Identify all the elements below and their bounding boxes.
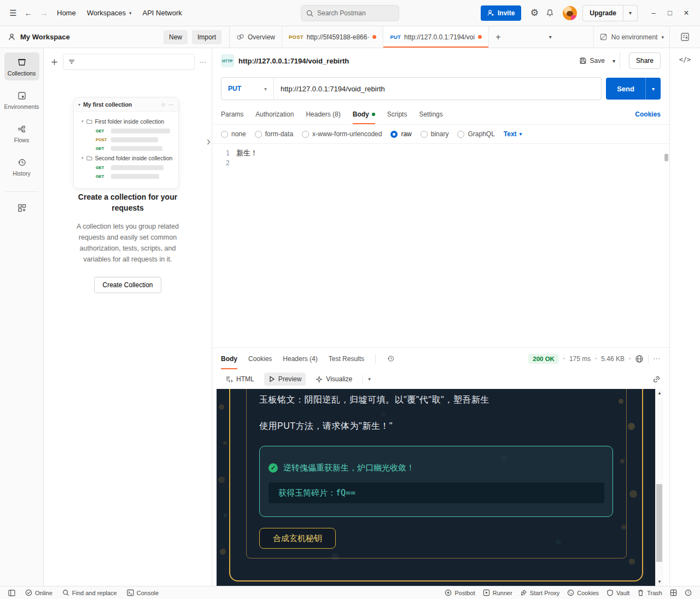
forge-key-button[interactable]: 合成玄机秘钥 [259,528,336,549]
window-maximize-button[interactable]: □ [662,5,678,21]
response-tab-headers[interactable]: Headers (4) [283,348,317,369]
postbot-button[interactable]: Postbot [441,589,479,596]
new-tab-button[interactable]: + [489,26,508,48]
runner-label: Runner [493,590,512,596]
home-link[interactable]: Home [51,9,81,17]
import-button[interactable]: Import [192,30,221,44]
status-badge[interactable]: 200 OK [528,354,559,364]
help-button[interactable]: ? [681,589,696,596]
workspaces-menu[interactable]: Workspaces ▾ [81,9,137,17]
star-icon: ☆ [161,102,166,108]
runner-button[interactable]: Runner [479,589,516,596]
network-globe-icon[interactable] [635,354,644,363]
tab-post-request[interactable]: POST http://5f459188-e866· [282,26,383,48]
response-tab-test-results[interactable]: Test Results [329,348,364,369]
tab-params[interactable]: Params [221,104,243,124]
scroll-up-arrow[interactable]: ▲ [657,391,662,396]
view-visualize-button[interactable]: Visualize [311,373,357,386]
tab-body[interactable]: Body [353,104,375,124]
split-panel-button[interactable] [666,589,681,596]
console-button[interactable]: Console [123,586,162,599]
sidebar-more-icon[interactable]: ⋯ [199,57,207,66]
workspace-name[interactable]: My Workspace [20,33,70,41]
window-close-button[interactable]: × [678,5,695,21]
sidebar-expand-chevron[interactable]: › [207,135,211,149]
connection-status[interactable]: Online [21,586,56,599]
mode-graphql[interactable]: GraphQL [457,130,494,138]
view-preview-button[interactable]: Preview [264,373,306,386]
url-input[interactable] [274,85,601,93]
api-network-link[interactable]: API Network [137,9,188,17]
postbot-sparkle-icon [445,589,452,596]
tab-authorization[interactable]: Authorization [255,104,294,124]
tab-settings[interactable]: Settings [419,104,442,124]
success-message: 逆转傀儡重获新生，炉口幽光收敛！ [283,463,415,473]
environment-selector[interactable]: No environment ▾ [593,26,669,48]
notifications-bell-icon[interactable] [542,5,557,21]
mode-none[interactable]: none [221,130,246,138]
runner-icon [483,589,490,596]
raw-type-selector[interactable]: Text ▾ [504,130,522,138]
environment-quick-look[interactable] [669,26,700,48]
rail-item-flows[interactable]: Flows [4,119,39,147]
cookies-link[interactable]: Cookies [635,111,661,118]
rail-item-history[interactable]: History [4,153,39,181]
new-button[interactable]: New [164,30,188,44]
sidebar-toggle-icon[interactable]: ☰ [5,5,21,21]
view-options-chevron[interactable]: ▾ [368,376,371,382]
response-time[interactable]: 175 ms [569,355,591,363]
response-more-icon[interactable]: ⋯ [653,354,661,363]
editor-line-numbers: 1 2 [212,144,234,347]
editor-scrollbar-thumb[interactable] [664,154,668,161]
response-tab-body[interactable]: Body [221,348,237,369]
tab-headers[interactable]: Headers (8) [306,104,340,124]
start-proxy-button[interactable]: Start Proxy [516,589,563,596]
vault-button[interactable]: Vault [603,589,633,596]
find-replace-button[interactable]: Find and replace [59,586,121,599]
response-history-icon[interactable] [387,354,395,363]
user-avatar[interactable] [563,6,577,20]
forward-icon[interactable]: → [36,5,51,21]
send-options-chevron[interactable]: ▾ [645,78,661,100]
rail-item-collections[interactable]: Collections [4,53,39,80]
preview-instruction-line: 使用PUT方法，请求体为"新生！" [259,421,393,432]
request-body-editor[interactable]: 1 2 新生！ [212,143,669,347]
code-snippet-toggle-icon[interactable]: </> [679,56,691,63]
rail-item-environments[interactable]: Environments [4,86,39,114]
response-tab-cookies[interactable]: Cookies [248,348,272,369]
view-html-button[interactable]: HTML [221,373,259,386]
scroll-down-arrow[interactable]: ▼ [657,579,662,584]
copy-link-icon[interactable] [652,375,661,383]
mode-x-www-form-urlencoded[interactable]: x-www-form-urlencoded [302,130,382,138]
preview-scrollbar-thumb[interactable] [656,484,662,562]
cookies-button[interactable]: Cookies [563,589,603,596]
editor-content[interactable]: 新生！ [234,144,669,347]
tab-overview[interactable]: Overview [230,26,282,48]
add-collection-icon[interactable] [50,58,59,66]
method-selector[interactable]: PUT ▾ [221,78,274,100]
window-minimize-button[interactable]: – [645,5,662,21]
mode-raw[interactable]: raw [390,130,411,138]
collections-sidebar: ⋯ ▾ My first collection ☆ ⋯ ▾ First fold… [44,48,212,586]
send-button[interactable]: Send [606,78,645,100]
mode-form-data[interactable]: form-data [255,130,293,138]
response-size[interactable]: 5.46 KB [601,355,625,363]
upgrade-button[interactable]: Upgrade ▾ [582,5,638,21]
rail-configure-button[interactable] [4,201,39,215]
tab-put-request[interactable]: PUT http://127.0.0.1:7194/voi [383,26,488,48]
tab-scripts[interactable]: Scripts [387,104,407,124]
trash-button[interactable]: Trash [633,589,666,596]
toggle-sidebar-button[interactable] [4,586,19,599]
invite-button[interactable]: Invite [481,5,521,21]
share-button[interactable]: Share [629,53,661,69]
create-collection-button[interactable]: Create Collection [94,277,161,293]
save-button[interactable]: Save [575,53,609,69]
upgrade-chevron-icon[interactable]: ▾ [623,5,637,21]
sidebar-filter-input[interactable] [63,54,195,70]
global-search-input[interactable]: Search Postman [301,5,399,21]
mode-binary[interactable]: binary [421,130,449,138]
settings-gear-icon[interactable]: ⚙ [527,5,542,21]
tab-list-chevron-icon[interactable]: ▾ [541,26,559,48]
save-options-chevron[interactable]: ▾ [609,53,619,69]
back-icon[interactable]: ← [21,5,36,21]
